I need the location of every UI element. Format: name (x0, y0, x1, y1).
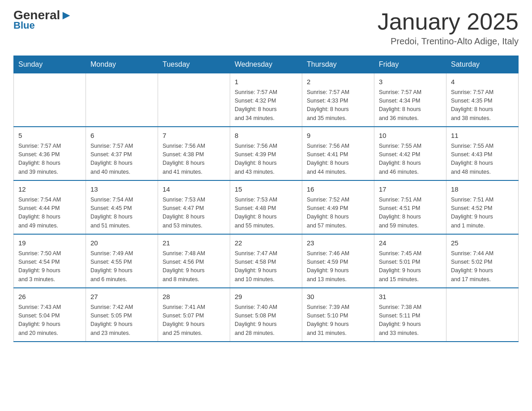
calendar-cell (14, 73, 86, 127)
day-info: Sunrise: 7:48 AM Sunset: 4:56 PM Dayligh… (163, 249, 225, 284)
day-info: Sunrise: 7:43 AM Sunset: 5:04 PM Dayligh… (18, 303, 81, 338)
calendar-cell: 4Sunrise: 7:57 AM Sunset: 4:35 PM Daylig… (446, 73, 519, 127)
day-number: 20 (90, 238, 153, 248)
day-header-wednesday: Wednesday (230, 56, 302, 73)
logo-bottom: Blue (13, 20, 35, 31)
calendar-cell: 2Sunrise: 7:57 AM Sunset: 4:33 PM Daylig… (302, 73, 374, 127)
day-info: Sunrise: 7:55 AM Sunset: 4:43 PM Dayligh… (451, 142, 514, 177)
day-number: 4 (451, 77, 514, 87)
day-number: 28 (163, 292, 225, 302)
calendar-cell: 8Sunrise: 7:56 AM Sunset: 4:39 PM Daylig… (230, 127, 302, 180)
day-info: Sunrise: 7:57 AM Sunset: 4:37 PM Dayligh… (90, 142, 153, 177)
day-info: Sunrise: 7:53 AM Sunset: 4:47 PM Dayligh… (163, 196, 225, 231)
day-info: Sunrise: 7:53 AM Sunset: 4:48 PM Dayligh… (235, 196, 297, 231)
day-number: 19 (18, 238, 81, 248)
day-info: Sunrise: 7:38 AM Sunset: 5:11 PM Dayligh… (379, 303, 442, 338)
day-header-saturday: Saturday (446, 56, 519, 73)
day-info: Sunrise: 7:40 AM Sunset: 5:08 PM Dayligh… (235, 303, 297, 338)
calendar-cell: 13Sunrise: 7:54 AM Sunset: 4:45 PM Dayli… (86, 180, 158, 234)
day-info: Sunrise: 7:57 AM Sunset: 4:33 PM Dayligh… (307, 88, 369, 123)
day-info: Sunrise: 7:42 AM Sunset: 5:05 PM Dayligh… (90, 303, 153, 338)
day-number: 2 (307, 77, 369, 87)
day-number: 14 (163, 184, 225, 195)
calendar-cell: 12Sunrise: 7:54 AM Sunset: 4:44 PM Dayli… (14, 180, 86, 234)
day-info: Sunrise: 7:49 AM Sunset: 4:55 PM Dayligh… (90, 249, 153, 284)
day-info: Sunrise: 7:55 AM Sunset: 4:42 PM Dayligh… (379, 142, 442, 177)
day-info: Sunrise: 7:41 AM Sunset: 5:07 PM Dayligh… (163, 303, 225, 338)
logo: General► Blue (13, 9, 73, 31)
day-number: 13 (90, 184, 153, 195)
day-number: 26 (18, 292, 81, 302)
calendar-cell: 28Sunrise: 7:41 AM Sunset: 5:07 PM Dayli… (158, 288, 230, 342)
calendar-table: SundayMondayTuesdayWednesdayThursdayFrid… (13, 56, 519, 342)
day-header-tuesday: Tuesday (158, 56, 230, 73)
day-number: 21 (163, 238, 225, 248)
day-number: 31 (379, 292, 442, 302)
day-info: Sunrise: 7:50 AM Sunset: 4:54 PM Dayligh… (18, 249, 81, 284)
day-number: 25 (451, 238, 514, 248)
day-number: 7 (163, 131, 225, 141)
calendar-cell: 3Sunrise: 7:57 AM Sunset: 4:34 PM Daylig… (374, 73, 446, 127)
calendar-cell: 7Sunrise: 7:56 AM Sunset: 4:38 PM Daylig… (158, 127, 230, 180)
day-info: Sunrise: 7:46 AM Sunset: 4:59 PM Dayligh… (307, 249, 369, 284)
calendar-cell: 23Sunrise: 7:46 AM Sunset: 4:59 PM Dayli… (302, 234, 374, 288)
day-info: Sunrise: 7:44 AM Sunset: 5:02 PM Dayligh… (451, 249, 514, 284)
calendar-cell: 9Sunrise: 7:56 AM Sunset: 4:41 PM Daylig… (302, 127, 374, 180)
week-row-4: 19Sunrise: 7:50 AM Sunset: 4:54 PM Dayli… (14, 234, 519, 288)
day-number: 8 (235, 131, 297, 141)
calendar-cell: 27Sunrise: 7:42 AM Sunset: 5:05 PM Dayli… (86, 288, 158, 342)
calendar-cell: 31Sunrise: 7:38 AM Sunset: 5:11 PM Dayli… (374, 288, 446, 342)
calendar-cell: 15Sunrise: 7:53 AM Sunset: 4:48 PM Dayli… (230, 180, 302, 234)
logo-arrow: ► (60, 9, 73, 21)
calendar-cell: 11Sunrise: 7:55 AM Sunset: 4:43 PM Dayli… (446, 127, 519, 180)
calendar-cell: 18Sunrise: 7:51 AM Sunset: 4:52 PM Dayli… (446, 180, 519, 234)
day-number: 30 (307, 292, 369, 302)
day-number: 22 (235, 238, 297, 248)
day-number: 15 (235, 184, 297, 195)
calendar-cell: 19Sunrise: 7:50 AM Sunset: 4:54 PM Dayli… (14, 234, 86, 288)
day-number: 29 (235, 292, 297, 302)
calendar-cell: 30Sunrise: 7:39 AM Sunset: 5:10 PM Dayli… (302, 288, 374, 342)
day-info: Sunrise: 7:56 AM Sunset: 4:39 PM Dayligh… (235, 142, 297, 177)
calendar-cell: 20Sunrise: 7:49 AM Sunset: 4:55 PM Dayli… (86, 234, 158, 288)
calendar-cell (86, 73, 158, 127)
page-header: General► Blue January 2025 Predoi, Trent… (13, 9, 519, 47)
day-header-sunday: Sunday (14, 56, 86, 73)
week-row-5: 26Sunrise: 7:43 AM Sunset: 5:04 PM Dayli… (14, 288, 519, 342)
calendar-cell: 24Sunrise: 7:45 AM Sunset: 5:01 PM Dayli… (374, 234, 446, 288)
day-header-friday: Friday (374, 56, 446, 73)
day-info: Sunrise: 7:52 AM Sunset: 4:49 PM Dayligh… (307, 196, 369, 231)
calendar-cell: 6Sunrise: 7:57 AM Sunset: 4:37 PM Daylig… (86, 127, 158, 180)
subtitle: Predoi, Trentino-Alto Adige, Italy (378, 36, 519, 47)
day-info: Sunrise: 7:57 AM Sunset: 4:35 PM Dayligh… (451, 88, 514, 123)
day-info: Sunrise: 7:54 AM Sunset: 4:44 PM Dayligh… (18, 196, 81, 231)
day-info: Sunrise: 7:56 AM Sunset: 4:38 PM Dayligh… (163, 142, 225, 177)
calendar-cell: 25Sunrise: 7:44 AM Sunset: 5:02 PM Dayli… (446, 234, 519, 288)
calendar-body: 1Sunrise: 7:57 AM Sunset: 4:32 PM Daylig… (14, 73, 519, 342)
calendar-cell: 29Sunrise: 7:40 AM Sunset: 5:08 PM Dayli… (230, 288, 302, 342)
day-number: 18 (451, 184, 514, 195)
day-info: Sunrise: 7:57 AM Sunset: 4:32 PM Dayligh… (235, 88, 297, 123)
calendar-cell: 14Sunrise: 7:53 AM Sunset: 4:47 PM Dayli… (158, 180, 230, 234)
header-row: SundayMondayTuesdayWednesdayThursdayFrid… (14, 56, 519, 73)
calendar-header: SundayMondayTuesdayWednesdayThursdayFrid… (14, 56, 519, 73)
day-number: 10 (379, 131, 442, 141)
calendar-cell (158, 73, 230, 127)
day-info: Sunrise: 7:56 AM Sunset: 4:41 PM Dayligh… (307, 142, 369, 177)
day-info: Sunrise: 7:54 AM Sunset: 4:45 PM Dayligh… (90, 196, 153, 231)
day-info: Sunrise: 7:57 AM Sunset: 4:36 PM Dayligh… (18, 142, 81, 177)
day-info: Sunrise: 7:51 AM Sunset: 4:51 PM Dayligh… (379, 196, 442, 231)
day-info: Sunrise: 7:51 AM Sunset: 4:52 PM Dayligh… (451, 196, 514, 231)
day-number: 12 (18, 184, 81, 195)
day-header-thursday: Thursday (302, 56, 374, 73)
day-header-monday: Monday (86, 56, 158, 73)
day-number: 1 (235, 77, 297, 87)
day-number: 24 (379, 238, 442, 248)
day-number: 5 (18, 131, 81, 141)
calendar-cell: 17Sunrise: 7:51 AM Sunset: 4:51 PM Dayli… (374, 180, 446, 234)
day-info: Sunrise: 7:45 AM Sunset: 5:01 PM Dayligh… (379, 249, 442, 284)
day-number: 6 (90, 131, 153, 141)
week-row-1: 1Sunrise: 7:57 AM Sunset: 4:32 PM Daylig… (14, 73, 519, 127)
day-info: Sunrise: 7:39 AM Sunset: 5:10 PM Dayligh… (307, 303, 369, 338)
day-number: 17 (379, 184, 442, 195)
